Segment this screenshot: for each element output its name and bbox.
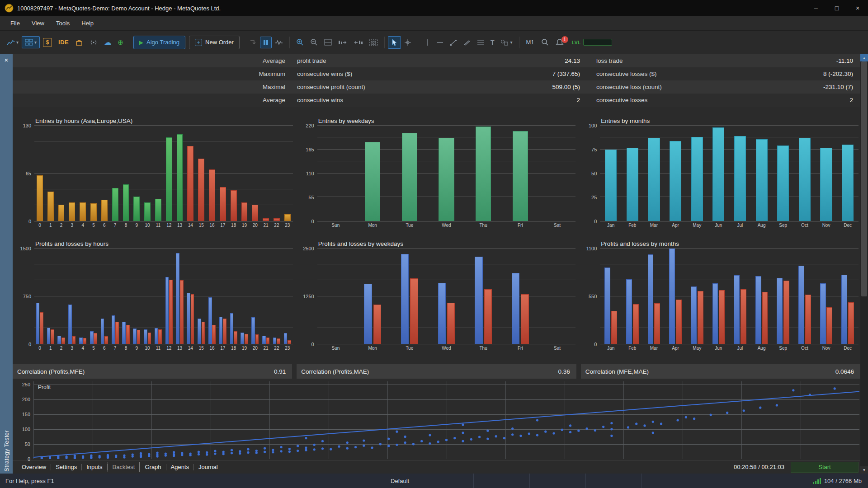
gridline (317, 264, 576, 264)
bar (627, 148, 638, 221)
tab-agents[interactable]: Agents (166, 462, 193, 472)
x-tick-label: 7 (110, 346, 121, 351)
bar (40, 312, 43, 344)
x-tick-label: Sat (539, 223, 576, 228)
fibo-tool[interactable] (474, 37, 487, 48)
notifications-button[interactable]: 1 (552, 37, 567, 48)
bar (230, 313, 234, 344)
auto-scroll-button[interactable] (350, 37, 366, 48)
zoom-out-button[interactable] (307, 36, 321, 49)
bar (101, 200, 108, 221)
bar (165, 277, 169, 344)
tab-settings[interactable]: Settings (51, 462, 81, 472)
step-forward-button[interactable] (246, 37, 260, 48)
status-empty (474, 474, 530, 488)
zoom-in-button[interactable] (293, 36, 307, 49)
shapes-tool[interactable]: ▾ (497, 37, 515, 48)
vps-button[interactable]: ⊕ (114, 36, 127, 49)
x-tick-label: Nov (816, 346, 837, 351)
menu-tools[interactable]: Tools (50, 20, 75, 27)
scroll-up-button[interactable]: ▲ (860, 54, 868, 61)
y-axis-labels: 055110165220 (297, 126, 317, 221)
gridline (600, 197, 859, 197)
start-button[interactable]: Start (791, 462, 859, 473)
algo-trading-button[interactable]: ▶ Algo Trading (133, 36, 185, 49)
bar (756, 139, 768, 221)
x-tick-label: 16 (207, 223, 217, 228)
crosshair-button[interactable] (401, 36, 415, 49)
strategy-tester-strip: × Strategy Tester (0, 54, 13, 474)
screenshot-button[interactable] (366, 36, 381, 49)
maximize-button[interactable]: □ (826, 0, 847, 16)
gridline (317, 296, 576, 296)
ide-button[interactable]: IDE (55, 36, 72, 48)
bar (734, 136, 746, 221)
crosshair-icon (404, 39, 411, 46)
trendline-tool[interactable] (447, 37, 460, 48)
signals-button[interactable] (86, 37, 101, 48)
x-tick-label: 11 (153, 346, 164, 351)
status-memory: 104 / 2766 Mb (807, 474, 868, 488)
horizontal-line-tool[interactable] (433, 37, 447, 48)
scatter-y-axis: 050100150200250 (14, 381, 33, 459)
bar (777, 145, 789, 221)
gridline (600, 209, 859, 209)
vertical-scrollbar[interactable]: ▲ ▼ (860, 54, 868, 474)
tile-windows-button[interactable] (321, 36, 335, 48)
bar (187, 293, 190, 344)
minimize-button[interactable]: – (806, 0, 826, 16)
dollar-icon: $ (43, 38, 52, 47)
menu-view[interactable]: View (26, 20, 50, 27)
scrollbar-track[interactable] (860, 61, 868, 466)
status-profile[interactable]: Default (385, 474, 474, 488)
vertical-line-tool[interactable] (421, 36, 433, 49)
scroll-down-button[interactable]: ▼ (860, 466, 868, 474)
x-tick-label: 8 (121, 223, 132, 228)
camera-icon (369, 39, 378, 46)
tab-graph[interactable]: Graph (140, 462, 165, 472)
timeframe-button[interactable]: M1 (523, 39, 538, 46)
close-button[interactable]: × (847, 0, 868, 16)
new-order-button[interactable]: + New Order (189, 36, 240, 49)
x-tick-label: 6 (99, 346, 110, 351)
chart-windows-button[interactable]: ▾ (22, 36, 40, 48)
bar (219, 317, 223, 344)
gridline (600, 161, 859, 161)
cloud-button[interactable]: ☁ (101, 35, 114, 49)
gridline (317, 248, 576, 249)
correlation-label: Correlation (Profits,MAE) (297, 368, 369, 375)
stat-metric: consecutive loss (count) (580, 84, 756, 90)
market-button[interactable] (72, 36, 86, 49)
search-button[interactable] (538, 36, 552, 49)
gridline (600, 185, 859, 185)
bar (208, 297, 212, 344)
cursor-button[interactable] (388, 36, 401, 49)
x-tick-label: 16 (207, 346, 217, 351)
chart-type-button[interactable]: ▾ (4, 37, 22, 48)
pause-button[interactable] (260, 37, 272, 48)
stat-value: 24.13 (467, 57, 580, 64)
chart-shift-button[interactable] (335, 37, 350, 48)
x-tick-label: 18 (228, 223, 239, 228)
text-tool[interactable]: T (487, 36, 498, 49)
x-tick-label: 1 (45, 223, 56, 228)
chart-title: Entries by months (580, 115, 859, 126)
channel-tool[interactable] (460, 37, 474, 48)
bar (177, 134, 183, 221)
panel-close-button[interactable]: × (0, 54, 13, 65)
tab-inputs[interactable]: Inputs (82, 462, 107, 472)
x-tick-label: 10 (142, 346, 153, 351)
bar (252, 205, 258, 221)
tab-backtest[interactable]: Backtest (108, 462, 140, 472)
tick-chart-button[interactable] (272, 37, 286, 48)
scrollbar-thumb[interactable] (861, 61, 867, 296)
tab-overview[interactable]: Overview (17, 462, 51, 472)
x-tick-label: Fri (502, 346, 539, 351)
menu-file[interactable]: File (5, 20, 26, 27)
chart-pl-by-hours: Profits and losses by hours0750150001234… (14, 238, 293, 362)
tab-journal[interactable]: Journal (194, 462, 222, 472)
market-watch-button[interactable]: $ (40, 35, 55, 50)
bar (262, 336, 266, 344)
x-tick-label: Dec (837, 223, 859, 228)
menu-help[interactable]: Help (75, 20, 99, 27)
